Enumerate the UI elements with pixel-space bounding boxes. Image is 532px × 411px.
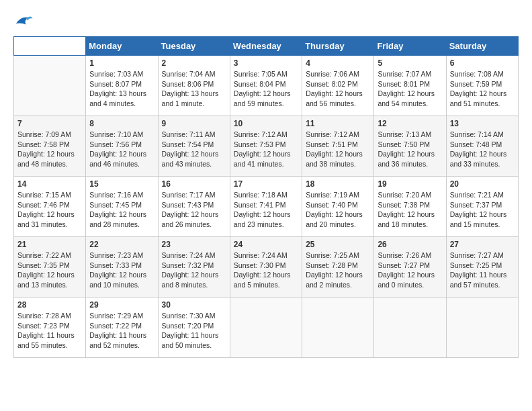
daylight-text: Daylight: 11 hours and 52 minutes. (89, 330, 154, 350)
sunrise-text: Sunrise: 7:26 AM (378, 250, 442, 261)
day-number: 25 (306, 240, 370, 249)
calendar-cell: 7 Sunrise: 7:09 AM Sunset: 7:58 PM Dayli… (14, 116, 86, 177)
calendar-cell: 16 Sunrise: 7:17 AM Sunset: 7:43 PM Dayl… (158, 177, 230, 237)
sunrise-text: Sunrise: 7:13 AM (378, 130, 442, 140)
sunrise-text: Sunrise: 7:10 AM (89, 130, 154, 140)
sunset-text: Sunset: 7:20 PM (162, 321, 226, 331)
sunset-text: Sunset: 7:58 PM (17, 140, 82, 150)
sunset-text: Sunset: 7:35 PM (17, 261, 82, 271)
day-number: 29 (89, 300, 154, 310)
calendar-week-row: 14 Sunrise: 7:15 AM Sunset: 7:46 PM Dayl… (14, 177, 519, 237)
daylight-text: Daylight: 12 hours and 10 minutes. (89, 270, 154, 289)
calendar-cell: 21 Sunrise: 7:22 AM Sunset: 7:35 PM Dayl… (14, 237, 86, 298)
daylight-text: Daylight: 12 hours and 43 minutes. (162, 149, 226, 169)
weekday-header: Monday (86, 37, 158, 56)
cell-info: Sunrise: 7:06 AM Sunset: 8:02 PM Dayligh… (306, 69, 370, 109)
daylight-text: Daylight: 12 hours and 18 minutes. (378, 210, 442, 229)
sunrise-text: Sunrise: 7:24 AM (162, 250, 226, 261)
calendar-cell: 4 Sunrise: 7:06 AM Sunset: 8:02 PM Dayli… (302, 56, 374, 116)
cell-info: Sunrise: 7:12 AM Sunset: 7:51 PM Dayligh… (306, 130, 370, 169)
sunrise-text: Sunrise: 7:30 AM (162, 311, 226, 321)
sunset-text: Sunset: 7:28 PM (306, 261, 370, 271)
day-number: 1 (89, 58, 154, 68)
cell-info: Sunrise: 7:17 AM Sunset: 7:43 PM Dayligh… (162, 190, 226, 230)
calendar-cell: 22 Sunrise: 7:23 AM Sunset: 7:33 PM Dayl… (86, 237, 158, 298)
sunset-text: Sunset: 7:23 PM (17, 321, 82, 331)
sunset-text: Sunset: 7:37 PM (450, 200, 515, 210)
sunset-text: Sunset: 7:56 PM (89, 140, 154, 150)
sunrise-text: Sunrise: 7:22 AM (17, 250, 82, 261)
sunrise-text: Sunrise: 7:29 AM (89, 311, 154, 321)
day-number: 30 (162, 300, 226, 310)
daylight-text: Daylight: 12 hours and 23 minutes. (234, 210, 298, 229)
cell-info: Sunrise: 7:12 AM Sunset: 7:53 PM Dayligh… (234, 130, 298, 169)
calendar-cell: 28 Sunrise: 7:28 AM Sunset: 7:23 PM Dayl… (14, 298, 86, 358)
daylight-text: Daylight: 12 hours and 54 minutes. (378, 89, 442, 108)
sunrise-text: Sunrise: 7:07 AM (378, 69, 442, 79)
sunset-text: Sunset: 7:38 PM (378, 200, 442, 210)
day-number: 20 (450, 179, 515, 189)
calendar-cell: 9 Sunrise: 7:11 AM Sunset: 7:54 PM Dayli… (158, 116, 230, 177)
calendar-cell: 1 Sunrise: 7:03 AM Sunset: 8:07 PM Dayli… (86, 56, 158, 116)
cell-info: Sunrise: 7:24 AM Sunset: 7:32 PM Dayligh… (162, 250, 226, 290)
sunrise-text: Sunrise: 7:25 AM (306, 250, 370, 261)
sunrise-text: Sunrise: 7:21 AM (450, 190, 515, 200)
cell-info: Sunrise: 7:16 AM Sunset: 7:45 PM Dayligh… (89, 190, 154, 230)
calendar-cell: 27 Sunrise: 7:27 AM Sunset: 7:25 PM Dayl… (446, 237, 518, 298)
calendar-cell: 26 Sunrise: 7:26 AM Sunset: 7:27 PM Dayl… (374, 237, 446, 298)
day-number: 18 (306, 179, 370, 189)
day-number: 13 (450, 119, 515, 128)
calendar-cell: 14 Sunrise: 7:15 AM Sunset: 7:46 PM Dayl… (14, 177, 86, 237)
daylight-text: Daylight: 12 hours and 28 minutes. (89, 210, 154, 229)
sunrise-text: Sunrise: 7:12 AM (306, 130, 370, 140)
day-number: 16 (162, 179, 226, 189)
calendar-cell: 12 Sunrise: 7:13 AM Sunset: 7:50 PM Dayl… (374, 116, 446, 177)
cell-info: Sunrise: 7:28 AM Sunset: 7:23 PM Dayligh… (17, 311, 82, 351)
daylight-text: Daylight: 11 hours and 55 minutes. (17, 330, 82, 350)
cell-info: Sunrise: 7:24 AM Sunset: 7:30 PM Dayligh… (234, 250, 298, 290)
day-number: 4 (306, 58, 370, 68)
sunset-text: Sunset: 7:43 PM (162, 200, 226, 210)
calendar-cell: 17 Sunrise: 7:18 AM Sunset: 7:41 PM Dayl… (230, 177, 302, 237)
sunrise-text: Sunrise: 7:18 AM (234, 190, 298, 200)
sunset-text: Sunset: 8:06 PM (162, 79, 226, 89)
daylight-text: Daylight: 12 hours and 51 minutes. (450, 89, 515, 108)
sunrise-text: Sunrise: 7:06 AM (306, 69, 370, 79)
cell-info: Sunrise: 7:13 AM Sunset: 7:50 PM Dayligh… (378, 130, 442, 169)
daylight-text: Daylight: 11 hours and 50 minutes. (162, 330, 226, 350)
sunset-text: Sunset: 8:04 PM (234, 79, 298, 89)
sunrise-text: Sunrise: 7:09 AM (17, 130, 82, 140)
calendar-table: SundayMondayTuesdayWednesdayThursdayFrid… (13, 36, 519, 358)
daylight-text: Daylight: 12 hours and 41 minutes. (234, 149, 298, 169)
sunrise-text: Sunrise: 7:20 AM (378, 190, 442, 200)
day-number: 12 (378, 119, 442, 128)
cell-info: Sunrise: 7:23 AM Sunset: 7:33 PM Dayligh… (89, 250, 154, 290)
cell-info: Sunrise: 7:11 AM Sunset: 7:54 PM Dayligh… (162, 130, 226, 169)
sunrise-text: Sunrise: 7:19 AM (306, 190, 370, 200)
day-number: 15 (89, 179, 154, 189)
sunset-text: Sunset: 7:40 PM (306, 200, 370, 210)
cell-info: Sunrise: 7:04 AM Sunset: 8:06 PM Dayligh… (162, 69, 226, 109)
day-number: 19 (378, 179, 442, 189)
daylight-text: Daylight: 12 hours and 33 minutes. (450, 149, 515, 169)
sunrise-text: Sunrise: 7:08 AM (450, 69, 515, 79)
daylight-text: Daylight: 12 hours and 2 minutes. (306, 270, 370, 289)
sunrise-text: Sunrise: 7:17 AM (162, 190, 226, 200)
sunrise-text: Sunrise: 7:12 AM (234, 130, 298, 140)
sunset-text: Sunset: 7:41 PM (234, 200, 298, 210)
calendar-cell: 25 Sunrise: 7:25 AM Sunset: 7:28 PM Dayl… (302, 237, 374, 298)
day-number: 28 (17, 300, 82, 310)
day-number: 5 (378, 58, 442, 68)
day-number: 7 (17, 119, 82, 128)
daylight-text: Daylight: 12 hours and 8 minutes. (162, 270, 226, 289)
daylight-text: Daylight: 13 hours and 1 minute. (162, 89, 226, 108)
daylight-text: Daylight: 12 hours and 31 minutes. (17, 210, 82, 229)
day-number: 2 (162, 58, 226, 68)
calendar-cell: 6 Sunrise: 7:08 AM Sunset: 7:59 PM Dayli… (446, 56, 518, 116)
sunrise-text: Sunrise: 7:04 AM (162, 69, 226, 79)
calendar-cell: 24 Sunrise: 7:24 AM Sunset: 7:30 PM Dayl… (230, 237, 302, 298)
header-row: SundayMondayTuesdayWednesdayThursdayFrid… (14, 37, 519, 56)
weekday-header: Friday (374, 37, 446, 56)
sunset-text: Sunset: 8:02 PM (306, 79, 370, 89)
sunset-text: Sunset: 7:51 PM (306, 140, 370, 150)
